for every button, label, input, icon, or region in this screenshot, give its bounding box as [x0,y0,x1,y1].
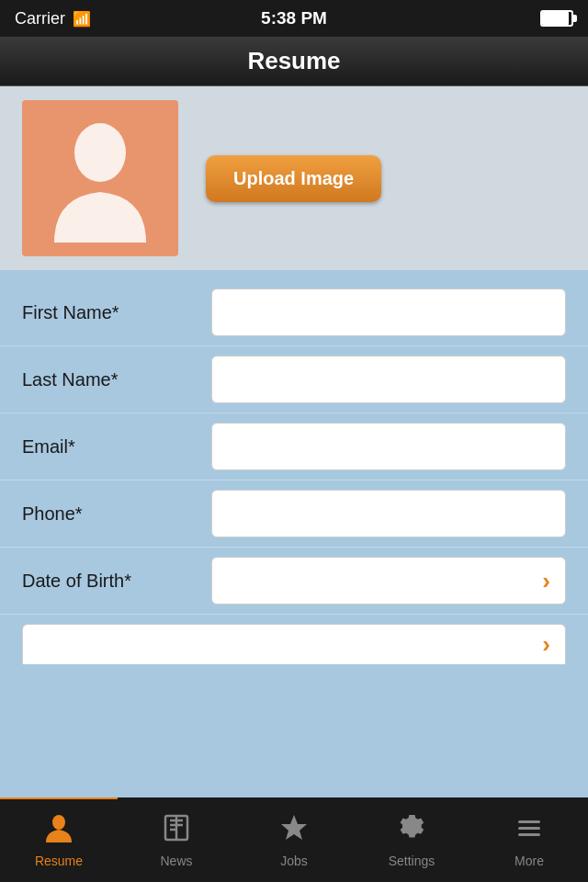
form-row-dob: Date of Birth* › [0,548,588,615]
dob-input-wrapper[interactable]: › [211,557,566,605]
jobs-tab-icon [279,813,309,850]
status-right [540,10,573,27]
upload-image-button[interactable]: Upload Image [206,155,381,202]
tab-more[interactable]: More [470,797,588,882]
resume-tab-label: Resume [35,854,83,868]
tab-bar: Resume News Jobs Settin [0,797,588,882]
status-left: Carrier 📶 [15,9,91,28]
first-name-label: First Name* [22,302,197,323]
email-input[interactable] [211,423,566,470]
partial-form-row: › [22,624,566,664]
status-bar: Carrier 📶 5:38 PM [0,0,588,37]
tab-settings[interactable]: Settings [353,797,470,882]
last-name-label: Last Name* [22,369,197,390]
avatar-placeholder [22,100,178,256]
news-tab-label: News [160,854,192,868]
first-name-input[interactable] [211,288,566,336]
resume-tab-icon [44,813,74,850]
svg-point-1 [52,815,65,830]
svg-rect-6 [518,827,540,830]
avatar-icon [45,114,155,243]
settings-tab-icon [397,813,426,850]
form-row-first-name: First Name* [0,279,588,346]
news-tab-icon [162,813,191,850]
phone-label: Phone* [22,503,197,525]
form-row-phone: Phone* [0,481,588,548]
more-tab-label: More [514,854,544,868]
carrier-label: Carrier [15,9,65,28]
wifi-icon: 📶 [73,10,91,28]
email-label: Email* [22,436,197,458]
settings-tab-label: Settings [389,854,435,868]
tab-resume[interactable]: Resume [0,797,118,882]
battery-icon [540,10,573,27]
tab-jobs[interactable]: Jobs [235,797,353,882]
svg-rect-5 [518,820,540,823]
svg-marker-4 [281,815,307,840]
svg-rect-7 [518,833,540,836]
svg-point-0 [74,123,126,182]
form-row-last-name: Last Name* [0,346,588,413]
form-section: First Name* Last Name* Email* Phone* Dat… [0,270,588,797]
nav-title: Resume [247,47,340,75]
last-name-input[interactable] [211,356,566,403]
nav-bar: Resume [0,37,588,86]
dob-label: Date of Birth* [22,571,197,592]
phone-input[interactable] [211,490,566,537]
tab-news[interactable]: News [118,797,235,882]
jobs-tab-label: Jobs [280,854,308,868]
main-content: Upload Image First Name* Last Name* Emai… [0,86,588,797]
status-time: 5:38 PM [261,8,327,28]
form-row-email: Email* [0,413,588,481]
profile-section: Upload Image [0,86,588,270]
partial-chevron-icon: › [542,630,550,659]
chevron-right-icon: › [542,567,550,595]
more-tab-icon [514,813,544,850]
